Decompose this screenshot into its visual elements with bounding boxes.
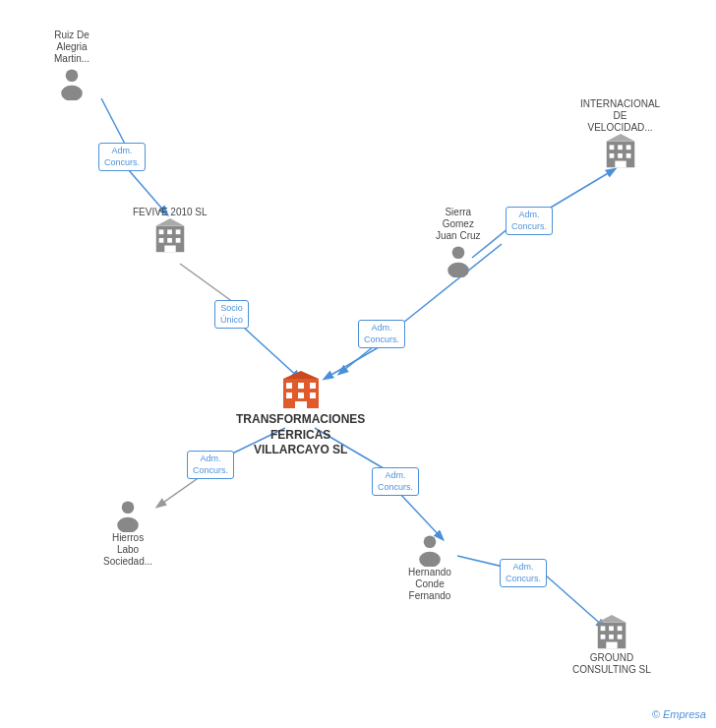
svg-rect-21 — [167, 238, 172, 243]
badge-adm-hernando-label: Adm.Concurs. — [372, 467, 419, 496]
ground-label: GROUND CONSULTING SL — [572, 652, 651, 676]
svg-rect-50 — [601, 626, 606, 631]
svg-point-46 — [117, 517, 139, 532]
person-icon-hernando — [412, 531, 448, 567]
node-main-company[interactable]: TRANSFORMACIONESFERRICASVILLARCAYO SL — [236, 369, 365, 458]
svg-rect-20 — [158, 238, 163, 243]
watermark: © Empresa — [652, 708, 706, 720]
svg-rect-19 — [175, 229, 180, 234]
svg-rect-40 — [286, 393, 292, 398]
svg-point-48 — [419, 552, 441, 567]
watermark-text: © Empresa — [652, 708, 706, 720]
diagram: Ruiz De Alegria Martin... Adm.Concurs. F… — [0, 0, 716, 728]
svg-rect-34 — [615, 161, 626, 168]
node-hernando: Hernando Conde Fernando — [408, 531, 451, 602]
hierros-label: Hierros Labo Sociedad... — [103, 532, 152, 568]
svg-rect-17 — [158, 229, 163, 234]
svg-rect-38 — [298, 383, 304, 389]
svg-marker-44 — [283, 371, 319, 379]
svg-rect-54 — [609, 635, 614, 639]
svg-point-45 — [122, 502, 135, 515]
building-icon-internacional — [602, 134, 639, 171]
svg-rect-29 — [618, 145, 623, 150]
badge-adm-left[interactable]: Adm.Concurs. — [187, 451, 234, 479]
node-sierra: Sierra Gomez Juan Cruz — [436, 207, 481, 277]
building-icon-fevive — [151, 218, 189, 256]
svg-point-14 — [66, 70, 79, 83]
svg-point-25 — [451, 247, 464, 260]
badge-adm-main[interactable]: Adm.Concurs. — [358, 320, 405, 348]
svg-point-47 — [424, 536, 437, 549]
badge-adm-ground[interactable]: Adm.Concurs. — [500, 559, 547, 587]
svg-rect-51 — [609, 626, 614, 631]
svg-rect-23 — [164, 246, 175, 253]
svg-rect-53 — [601, 635, 606, 639]
node-ground[interactable]: GROUND CONSULTING SL — [572, 615, 651, 676]
svg-marker-24 — [156, 218, 185, 226]
badge-adm-left-label: Adm.Concurs. — [187, 451, 234, 479]
svg-rect-39 — [310, 383, 316, 389]
svg-rect-42 — [310, 393, 316, 398]
svg-point-15 — [61, 86, 83, 100]
svg-rect-37 — [286, 383, 292, 389]
node-hierros: Hierros Labo Sociedad... — [103, 497, 152, 568]
badge-sierra-label: Adm.Concurs. — [506, 207, 553, 235]
svg-rect-32 — [618, 153, 623, 158]
svg-rect-52 — [618, 626, 623, 631]
badge-adm-hernando[interactable]: Adm.Concurs. — [372, 467, 419, 496]
svg-rect-55 — [618, 635, 623, 639]
fevive-label: FEVIVE 2010 SL — [133, 207, 208, 218]
node-internacional[interactable]: INTERNACIONAL DE VELOCIDAD... — [580, 98, 660, 171]
person-icon-hierros — [110, 497, 146, 532]
svg-rect-28 — [609, 145, 614, 150]
badge-socio[interactable]: SocioÚnico — [214, 300, 249, 329]
ruiz-label: Ruiz De Alegria Martin... — [54, 30, 90, 65]
svg-marker-35 — [606, 134, 634, 142]
main-company-label: TRANSFORMACIONESFERRICASVILLARCAYO SL — [236, 412, 365, 458]
svg-rect-41 — [298, 393, 304, 398]
svg-rect-31 — [609, 153, 614, 158]
internacional-label: INTERNACIONAL DE VELOCIDAD... — [580, 98, 660, 134]
svg-rect-22 — [175, 238, 180, 243]
svg-rect-18 — [167, 229, 172, 234]
building-icon-main — [279, 369, 323, 412]
svg-point-26 — [448, 263, 469, 277]
hernando-label: Hernando Conde Fernando — [408, 567, 451, 602]
node-ruiz: Ruiz De Alegria Martin... — [54, 30, 90, 100]
badge-ruiz-label: Adm.Concurs. — [98, 143, 146, 171]
badge-sierra[interactable]: Adm.Concurs. — [506, 207, 553, 235]
svg-marker-57 — [598, 615, 626, 623]
svg-rect-56 — [606, 642, 617, 649]
badge-adm-main-label: Adm.Concurs. — [358, 320, 405, 348]
svg-rect-30 — [626, 145, 630, 150]
badge-socio-label: SocioÚnico — [214, 300, 249, 329]
sierra-label: Sierra Gomez Juan Cruz — [436, 207, 481, 242]
node-fevive[interactable]: FEVIVE 2010 SL — [133, 207, 208, 256]
svg-rect-33 — [626, 153, 630, 158]
svg-rect-43 — [295, 401, 307, 408]
person-icon-ruiz — [54, 65, 90, 100]
person-icon-sierra — [441, 242, 476, 277]
badge-ruiz[interactable]: Adm.Concurs. — [98, 143, 146, 171]
badge-adm-ground-label: Adm.Concurs. — [500, 559, 547, 587]
building-icon-ground — [593, 615, 630, 652]
